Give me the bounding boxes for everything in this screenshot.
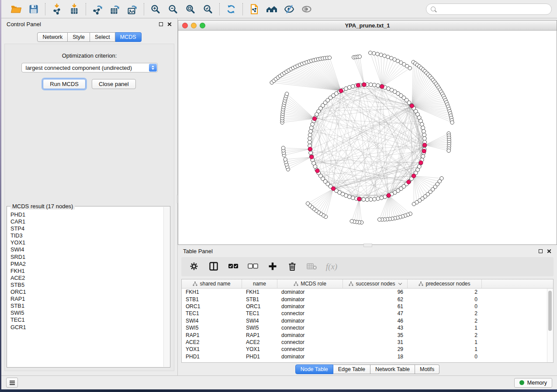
zoom-fit-button[interactable]	[182, 2, 199, 16]
zoom-in-button[interactable]	[147, 2, 164, 16]
delete-column-button[interactable]	[287, 261, 298, 272]
memory-button[interactable]: Memory	[514, 378, 552, 388]
column-header-shared-name[interactable]: shared name	[182, 279, 242, 288]
tab-style[interactable]: Style	[68, 32, 90, 42]
mcds-result-item[interactable]: PMA2	[10, 261, 162, 268]
table-row[interactable]: FKH1FKH1dominator962	[182, 289, 553, 296]
table-row[interactable]: SWI5SWI5connector431	[182, 324, 553, 331]
import-network-icon	[52, 3, 62, 15]
tab-motifs[interactable]: Motifs	[415, 364, 439, 374]
group-views-button[interactable]	[263, 2, 280, 16]
column-header-MCDS-role[interactable]: MCDS role	[277, 279, 343, 288]
float-panel-button[interactable]	[159, 22, 163, 26]
tab-select[interactable]: Select	[90, 32, 115, 42]
function-builder-button[interactable]: f(x)	[326, 261, 337, 272]
table-row[interactable]: STB1STB1dominator620	[182, 296, 553, 303]
table-cell: 96	[343, 289, 408, 295]
mcds-result-item[interactable]: GCR1	[10, 324, 162, 331]
mcds-list-scrollbar[interactable]	[163, 207, 170, 367]
table-cell: 47	[343, 310, 408, 316]
export-table-button[interactable]	[107, 2, 123, 16]
mcds-result-item[interactable]: ORC1	[10, 289, 162, 296]
column-header-name[interactable]: name	[242, 279, 277, 288]
tab-mcds[interactable]: MCDS	[115, 32, 142, 42]
table-cell: 2	[408, 318, 482, 324]
tab-network[interactable]: Network	[37, 32, 68, 42]
table-cell: 46	[343, 318, 408, 324]
share-network-document-button[interactable]	[246, 2, 263, 16]
window-zoom-icon[interactable]	[200, 23, 205, 28]
optimization-criterion-select[interactable]: largest connected component (undirected)	[21, 63, 158, 72]
mcds-result-item[interactable]: PHD1	[10, 211, 162, 218]
mcds-result-item[interactable]: FKH1	[10, 268, 162, 275]
table-row[interactable]: RAP1RAP1dominator352	[182, 331, 553, 338]
show-graphics-details-button[interactable]	[298, 2, 315, 16]
delete-table-button[interactable]	[307, 261, 317, 272]
houses-icon	[266, 4, 278, 14]
open-session-button[interactable]	[8, 2, 24, 16]
mcds-result-item[interactable]: STB1	[10, 303, 162, 309]
search-input[interactable]	[439, 6, 547, 13]
split-table-button[interactable]	[208, 261, 219, 272]
mcds-result-item[interactable]: STB5	[10, 282, 162, 289]
table-row[interactable]: YOX1YOX1connector291	[182, 346, 553, 353]
mcds-result-item[interactable]: YOX1	[10, 239, 162, 246]
add-column-button[interactable]	[267, 261, 278, 272]
table-row[interactable]: SWI4SWI4dominator462	[182, 317, 553, 324]
import-table-button[interactable]	[66, 2, 83, 16]
mcds-result-item[interactable]: RAP1	[10, 296, 162, 303]
zoom-out-button[interactable]	[165, 2, 181, 16]
mcds-result-item[interactable]: STP4	[10, 225, 162, 232]
column-header-empty[interactable]	[482, 279, 553, 288]
table-row[interactable]: PHD1PHD1dominator180	[182, 353, 553, 360]
network-window-titlebar[interactable]: YPA_prune.txt_1	[178, 21, 557, 31]
table-row[interactable]: ORC1ORC1dominator610	[182, 303, 553, 310]
mcds-result-item[interactable]: CAR1	[10, 218, 162, 225]
float-table-panel-button[interactable]	[539, 249, 543, 253]
tab-edge-table[interactable]: Edge Table	[333, 364, 370, 374]
export-image-button[interactable]	[124, 2, 141, 16]
table-cell: SWI5	[242, 325, 277, 331]
mcds-result-item[interactable]: SWI4	[10, 246, 162, 253]
task-history-button[interactable]	[6, 378, 18, 388]
zoom-selected-button[interactable]	[200, 2, 216, 16]
table-cell: 18	[343, 354, 408, 360]
table-cell: RAP1	[182, 332, 242, 338]
save-session-button[interactable]	[25, 2, 42, 16]
close-panel-button-2[interactable]: Close panel	[92, 79, 136, 89]
table-toolbar: f(x)	[181, 257, 554, 276]
table-scrollbar-thumb[interactable]	[548, 291, 552, 331]
node-table-header: shared namenameMCDS rolesuccessor nodesp…	[182, 279, 553, 289]
close-panel-button[interactable]	[167, 22, 172, 27]
table-scrollbar[interactable]	[547, 289, 553, 362]
column-header-predecessor-nodes[interactable]: predecessor nodes	[408, 279, 482, 288]
select-all-button[interactable]	[228, 261, 239, 272]
mcds-result-item[interactable]: TEC1	[10, 316, 162, 323]
table-row[interactable]: ACE2ACE2connector311	[182, 339, 553, 346]
search-box[interactable]	[426, 3, 552, 15]
tab-node-table[interactable]: Node Table	[295, 364, 333, 374]
mcds-result-item[interactable]: ACE2	[10, 275, 162, 282]
close-table-panel-button[interactable]	[547, 249, 552, 254]
run-mcds-button[interactable]: Run MCDS	[43, 79, 86, 89]
window-close-icon[interactable]	[182, 23, 188, 28]
splitter-grip-horizontal[interactable]	[363, 244, 372, 247]
import-network-button[interactable]	[48, 2, 65, 16]
table-cell: 29	[343, 346, 408, 352]
network-graph[interactable]	[178, 31, 557, 244]
export-network-button[interactable]	[89, 2, 106, 16]
mcds-result-item[interactable]: SWI5	[10, 309, 162, 316]
table-cell: 0	[408, 303, 482, 309]
mcds-result-item[interactable]: SRD1	[10, 254, 162, 261]
deselect-all-button[interactable]	[248, 261, 258, 272]
table-settings-button[interactable]	[189, 261, 199, 272]
refresh-view-button[interactable]	[223, 2, 239, 16]
mcds-result-item[interactable]: TID3	[10, 232, 162, 239]
window-minimize-icon[interactable]	[191, 23, 197, 28]
table-cell: PHD1	[182, 354, 242, 360]
column-header-successor-nodes[interactable]: successor nodes	[343, 279, 408, 288]
tab-network-table[interactable]: Network Table	[370, 364, 415, 374]
hide-graphics-details-button[interactable]	[281, 2, 298, 16]
export-network-icon	[92, 3, 103, 15]
table-row[interactable]: TEC1TEC1connector472	[182, 310, 553, 317]
